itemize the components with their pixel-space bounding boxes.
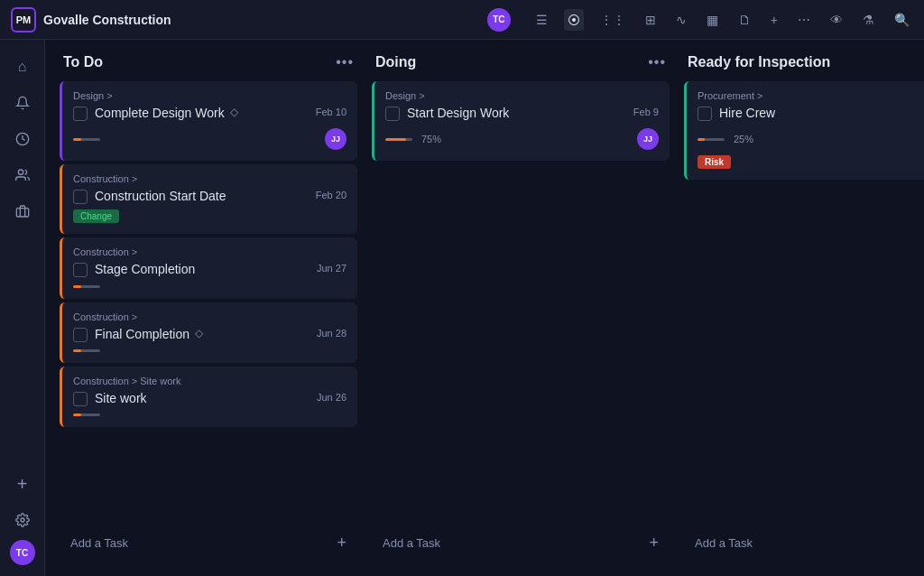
pulse-icon[interactable]: ∿	[672, 9, 690, 31]
sidebar-item-briefcase[interactable]	[6, 195, 39, 228]
card-footer: 75% JJ	[385, 128, 659, 150]
card-content-row: Complete Design Work ◇ Feb 10	[73, 105, 346, 121]
card-content-row: Start Design Work Feb 9	[385, 105, 659, 121]
column-todo-more[interactable]: •••	[336, 54, 354, 70]
card-date: Jun 28	[317, 328, 346, 339]
card-site-work[interactable]: Construction > Site work Site work Jun 2…	[60, 367, 357, 427]
card-category: Construction >	[73, 173, 346, 184]
card-category: Construction >	[73, 311, 346, 322]
ready-cards-list: Procurement > Hire Crew Jan 30 25%	[684, 81, 924, 521]
progress-row: 25%	[698, 134, 753, 144]
card-start-design[interactable]: Design > Start Design Work Feb 9 75%	[372, 81, 670, 161]
sidebar-item-people[interactable]	[6, 159, 39, 191]
card-title: Stage Completion	[95, 261, 310, 277]
more-options-icon[interactable]: ⋯	[794, 9, 814, 31]
svg-point-1	[18, 170, 23, 174]
board: To Do ••• Design > Complete Design Work …	[45, 40, 924, 576]
sidebar-item-home[interactable]: ⌂	[6, 51, 39, 83]
column-ready-inspection-header: Ready for Inspection •••	[684, 54, 924, 70]
list-icon[interactable]: ☰	[532, 9, 551, 31]
calendar-icon[interactable]: ▦	[703, 9, 722, 31]
column-doing-more[interactable]: •••	[648, 54, 666, 70]
card-hire-crew[interactable]: Procurement > Hire Crew Jan 30 25%	[684, 81, 924, 180]
svg-point-3	[21, 518, 24, 522]
column-ready-inspection: Ready for Inspection ••• Procurement > H…	[684, 54, 924, 562]
card-title: Construction Start Date	[95, 188, 309, 204]
add-task-label: Add a Task	[383, 536, 440, 550]
add-task-label: Add a Task	[70, 536, 128, 550]
card-category: Construction > Site work	[73, 376, 346, 386]
app-logo[interactable]: PM	[11, 7, 36, 33]
sidebar-item-notifications[interactable]	[6, 87, 39, 119]
column-doing-title: Doing	[375, 54, 416, 70]
topnav: PM Govalle Construction TC ☰ ⦿ ⋮⋮ ⊞ ∿ ▦ …	[0, 0, 924, 40]
card-final-completion[interactable]: Construction > Final Completion ◇ Jun 28	[60, 302, 357, 363]
card-checkbox[interactable]	[73, 190, 88, 204]
card-checkbox[interactable]	[73, 328, 88, 342]
progress-bar	[73, 285, 100, 288]
card-title: Site work	[95, 390, 310, 406]
column-todo: To Do ••• Design > Complete Design Work …	[60, 54, 357, 562]
doing-cards-list: Design > Start Design Work Feb 9 75%	[372, 81, 670, 521]
diamond-icon: ◇	[195, 327, 203, 341]
project-title: Govalle Construction	[43, 13, 480, 27]
sidebar-bottom: + TC	[6, 468, 39, 565]
card-date: Feb 10	[316, 107, 346, 117]
doc-icon[interactable]: 🗋	[735, 9, 754, 31]
svg-rect-2	[16, 209, 28, 217]
add-task-icon[interactable]: +	[649, 534, 659, 553]
card-avatar: JJ	[325, 128, 346, 150]
filter-icon[interactable]: ⚗	[859, 9, 878, 31]
card-category: Design >	[385, 90, 659, 101]
progress-bar	[73, 138, 100, 141]
board-icon[interactable]: ⦿	[564, 9, 584, 31]
progress-text: 25%	[734, 134, 753, 144]
card-checkbox[interactable]	[73, 392, 88, 406]
card-stage-completion[interactable]: Construction > Stage Completion Jun 27	[60, 237, 357, 298]
card-category: Construction >	[73, 246, 346, 257]
risk-badge-row: Risk	[698, 150, 924, 169]
column-todo-title: To Do	[63, 54, 103, 70]
change-badge: Change	[73, 209, 119, 223]
card-construction-start[interactable]: Construction > Construction Start Date F…	[60, 164, 357, 234]
card-checkbox[interactable]	[73, 107, 88, 121]
card-checkbox[interactable]	[385, 107, 400, 121]
progress-text: 75%	[421, 134, 441, 144]
ready-add-task[interactable]: Add a Task +	[684, 525, 924, 562]
add-task-label: Add a Task	[695, 536, 753, 550]
add-task-icon[interactable]: +	[337, 534, 346, 553]
card-content-row: Stage Completion Jun 27	[73, 261, 346, 277]
user-avatar-nav[interactable]: TC	[487, 8, 511, 32]
add-view-icon[interactable]: +	[767, 9, 781, 31]
column-doing-header: Doing •••	[372, 54, 670, 70]
card-date: Feb 9	[633, 107, 659, 117]
spreadsheet-icon[interactable]: ⊞	[642, 9, 660, 31]
doing-add-task[interactable]: Add a Task +	[372, 525, 670, 562]
sidebar-user-avatar[interactable]: TC	[10, 540, 35, 565]
risk-badge: Risk	[698, 155, 731, 169]
eye-icon[interactable]: 👁	[827, 9, 846, 31]
sidebar-settings[interactable]	[6, 504, 39, 536]
card-title: Complete Design Work ◇	[95, 105, 309, 121]
table-icon[interactable]: ⋮⋮	[596, 9, 629, 31]
card-badge: Change	[73, 204, 346, 223]
card-category: Design >	[73, 90, 346, 101]
card-title: Final Completion ◇	[95, 326, 310, 342]
main-layout: ⌂ +	[0, 40, 924, 576]
card-content-row: Site work Jun 26	[73, 390, 346, 406]
search-icon[interactable]: 🔍	[891, 9, 913, 31]
card-checkbox[interactable]	[698, 107, 712, 121]
card-content-row: Construction Start Date Feb 20	[73, 188, 346, 204]
card-title: Start Design Work	[407, 105, 626, 121]
card-complete-design[interactable]: Design > Complete Design Work ◇ Feb 10	[60, 81, 357, 161]
card-avatar: JJ	[637, 128, 659, 150]
sidebar-item-clock[interactable]	[6, 123, 39, 155]
progress-bar	[698, 138, 725, 141]
column-ready-inspection-title: Ready for Inspection	[688, 54, 830, 70]
card-footer: 25% SW	[698, 128, 924, 150]
card-checkbox[interactable]	[73, 263, 88, 277]
progress-bar	[73, 349, 100, 352]
card-footer: JJ	[73, 128, 346, 150]
sidebar-add-button[interactable]: +	[6, 468, 39, 500]
todo-add-task[interactable]: Add a Task +	[60, 525, 357, 562]
